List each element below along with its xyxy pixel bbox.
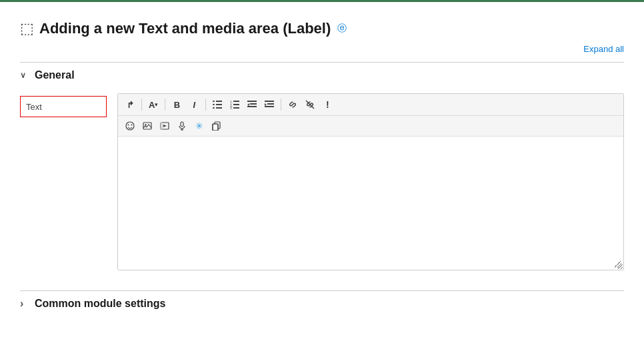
bullet-list-btn[interactable] (209, 97, 225, 113)
svg-rect-5 (216, 107, 222, 109)
svg-point-25 (145, 124, 146, 125)
field-label-text: Text (20, 96, 107, 117)
svg-rect-13 (250, 103, 257, 105)
svg-rect-16 (265, 101, 274, 102)
section-general-content: Text ↰ A▾ B I (20, 88, 624, 284)
rich-text-editor[interactable]: ↰ A▾ B I 1.2.3. (117, 93, 624, 270)
section-common-module: › Common module settings (20, 290, 624, 316)
svg-marker-27 (163, 125, 167, 127)
svg-rect-17 (267, 103, 274, 105)
svg-rect-2 (213, 104, 215, 105)
section-general: ∨ General Text ↰ A▾ (20, 62, 624, 284)
italic-btn[interactable]: I (186, 97, 202, 113)
toolbar-div4 (281, 99, 281, 111)
help-icon[interactable]: ⓔ (337, 23, 347, 35)
special-chars-btn[interactable]: ✳ (191, 118, 207, 134)
field-row-text: Text ↰ A▾ B I (20, 93, 624, 270)
link-btn[interactable] (285, 97, 301, 113)
section-common-label: Common module settings (35, 298, 165, 310)
toolbar-div2 (165, 99, 165, 111)
svg-rect-3 (216, 104, 222, 105)
svg-rect-28 (161, 123, 163, 129)
svg-rect-1 (216, 101, 222, 102)
svg-rect-18 (265, 106, 274, 107)
toolbar-div3 (205, 99, 206, 111)
svg-rect-14 (247, 106, 257, 107)
section-general-header[interactable]: ∨ General (20, 63, 624, 88)
svg-marker-19 (265, 103, 267, 106)
chevron-common-icon: › (20, 298, 29, 310)
section-common-header[interactable]: › Common module settings (20, 291, 624, 316)
svg-rect-29 (181, 122, 183, 127)
indent-less-btn[interactable] (244, 97, 260, 113)
numbered-list-btn[interactable]: 1.2.3. (227, 97, 243, 113)
chevron-general-icon: ∨ (20, 71, 29, 80)
expand-all-row: Expand all (20, 44, 624, 54)
page-title: Adding a new Text and media area (Label) (39, 20, 331, 37)
page-container: ⬚ Adding a new Text and media area (Labe… (0, 0, 644, 361)
svg-rect-12 (247, 101, 257, 102)
special-btn[interactable]: ! (319, 97, 335, 113)
copy-paste-btn[interactable] (209, 118, 225, 134)
svg-rect-11 (233, 107, 239, 109)
top-border (0, 0, 644, 2)
svg-marker-15 (247, 103, 249, 106)
section-general-label: General (35, 69, 75, 81)
expand-all-link[interactable]: Expand all (583, 44, 624, 54)
svg-rect-7 (233, 101, 239, 102)
emoji-btn[interactable] (122, 118, 138, 134)
undo-btn[interactable]: ↰ (122, 97, 138, 113)
svg-point-23 (131, 125, 133, 126)
page-header: ⬚ Adding a new Text and media area (Labe… (20, 20, 624, 37)
unlink-btn[interactable] (302, 97, 318, 113)
svg-rect-4 (213, 107, 215, 109)
image-btn[interactable] (139, 118, 155, 134)
svg-rect-33 (213, 124, 218, 131)
svg-rect-9 (233, 104, 239, 105)
indent-more-btn[interactable] (261, 97, 277, 113)
toolbar-row1: ↰ A▾ B I 1.2.3. (118, 94, 623, 116)
toolbar-div1 (141, 99, 142, 111)
audio-btn[interactable] (174, 118, 190, 134)
svg-rect-0 (213, 101, 215, 102)
toolbar-row2: ✳ (118, 116, 623, 137)
bold-btn[interactable]: B (169, 97, 185, 113)
editor-body[interactable] (118, 137, 623, 270)
page-icon: ⬚ (20, 20, 34, 37)
font-btn[interactable]: A▾ (145, 97, 161, 113)
media-btn[interactable] (157, 118, 173, 134)
svg-point-22 (128, 125, 129, 126)
svg-text:3.: 3. (230, 106, 233, 109)
